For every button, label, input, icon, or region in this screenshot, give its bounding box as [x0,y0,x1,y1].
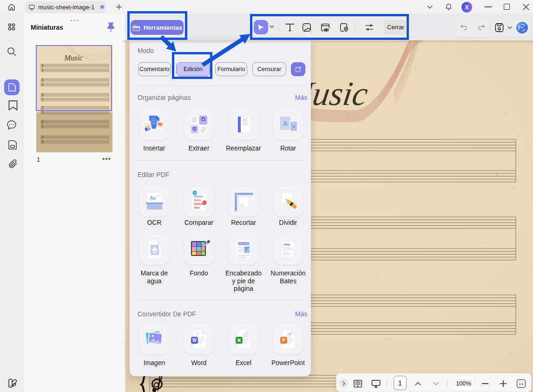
svg-text:P: P [282,338,285,343]
svg-text:W: W [192,338,197,343]
svg-text:>: > [292,124,295,130]
svg-text:Aa: Aa [150,196,156,201]
svg-text:A: A [283,120,288,127]
